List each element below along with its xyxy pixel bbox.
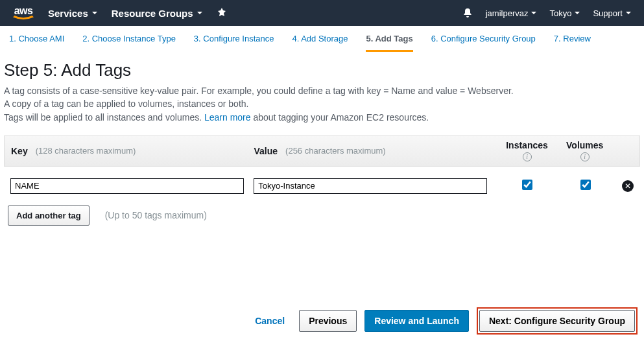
col-key-header: Key (128 characters maximum) — [11, 146, 254, 156]
key-label: Key — [11, 146, 28, 156]
col-value-header: Value (256 characters maximum) — [254, 146, 497, 156]
caret-down-icon — [531, 12, 536, 14]
desc-line-2: A copy of a tag can be applied to volume… — [4, 97, 640, 110]
desc-line-3: Tags will be applied to all instances an… — [4, 111, 640, 124]
volumes-label: Volumes — [566, 140, 603, 151]
col-instances-header: Instances i — [498, 140, 556, 161]
navbar-right: jamilpervaz Tokyo Support — [462, 8, 631, 18]
aws-logo-text: aws — [14, 6, 33, 16]
info-icon[interactable]: i — [580, 152, 590, 161]
support-menu[interactable]: Support — [593, 8, 631, 18]
instances-label: Instances — [506, 140, 548, 151]
page-title: Step 5: Add Tags — [4, 60, 640, 80]
main-content: Step 5: Add Tags A tag consists of a cas… — [0, 53, 644, 239]
add-tag-row: Add another tag (Up to 50 tags maximum) — [4, 206, 640, 239]
desc-line-3-suffix: about tagging your Amazon EC2 resources. — [251, 112, 429, 123]
region-menu[interactable]: Tokyo — [549, 8, 580, 18]
delete-tag-button[interactable]: ✕ — [622, 180, 634, 192]
caret-down-icon — [197, 12, 202, 14]
add-tag-hint: (Up to 50 tags maximum) — [105, 210, 207, 220]
tag-instances-checkbox[interactable] — [522, 180, 532, 190]
tag-volumes-checkbox[interactable] — [580, 180, 591, 190]
support-label: Support — [593, 8, 623, 18]
key-hint: (128 characters maximum) — [36, 146, 136, 156]
tag-row: ✕ — [4, 167, 640, 206]
top-navbar: aws Services Resource Groups jamilpervaz… — [0, 0, 644, 26]
services-label: Services — [48, 8, 88, 19]
wizard-tab-2[interactable]: 2. Choose Instance Type — [82, 34, 176, 52]
caret-down-icon — [92, 12, 97, 14]
add-another-tag-button[interactable]: Add another tag — [8, 206, 89, 226]
col-volumes-header: Volumes i — [556, 140, 614, 161]
wizard-tab-5[interactable]: 5. Add Tags — [366, 34, 412, 52]
value-hint: (256 characters maximum) — [285, 146, 386, 156]
aws-logo[interactable]: aws — [13, 6, 34, 21]
account-menu[interactable]: jamilpervaz — [486, 8, 537, 18]
bell-icon[interactable] — [462, 8, 473, 18]
resource-groups-label: Resource Groups — [112, 8, 193, 19]
caret-down-icon — [575, 12, 580, 14]
tags-table: Key (128 characters maximum) Value (256 … — [4, 135, 640, 206]
wizard-tab-7[interactable]: 7. Review — [554, 34, 591, 52]
learn-more-link[interactable]: Learn more — [204, 112, 251, 123]
wizard-tab-1[interactable]: 1. Choose AMI — [9, 34, 64, 52]
tags-rows: ✕ — [4, 167, 640, 206]
wizard-tab-3[interactable]: 3. Configure Instance — [194, 34, 274, 52]
wizard-tabs: 1. Choose AMI2. Choose Instance Type3. C… — [0, 26, 644, 53]
tag-value-input[interactable] — [254, 178, 487, 194]
desc-line-3-prefix: Tags will be applied to all instances an… — [4, 112, 204, 123]
wizard-tab-6[interactable]: 6. Configure Security Group — [431, 34, 536, 52]
desc-line-1: A tag consists of a case-sensitive key-v… — [4, 84, 640, 97]
info-icon[interactable]: i — [523, 152, 532, 161]
aws-swoosh-icon — [13, 16, 34, 21]
pin-icon[interactable] — [217, 8, 227, 18]
tags-table-header: Key (128 characters maximum) Value (256 … — [4, 135, 640, 167]
navbar-left: aws Services Resource Groups — [13, 6, 227, 21]
region-label: Tokyo — [549, 8, 571, 18]
tag-key-input[interactable] — [10, 178, 244, 194]
wizard-tab-4[interactable]: 4. Add Storage — [292, 34, 348, 52]
caret-down-icon — [626, 12, 631, 14]
value-label: Value — [254, 146, 278, 156]
resource-groups-menu[interactable]: Resource Groups — [112, 8, 202, 19]
services-menu[interactable]: Services — [48, 8, 97, 19]
account-label: jamilpervaz — [486, 8, 529, 18]
